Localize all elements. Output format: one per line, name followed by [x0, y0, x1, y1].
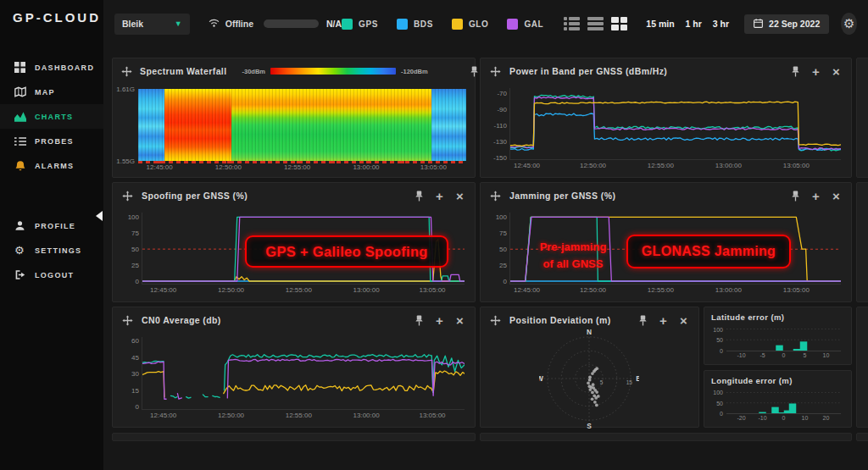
- move-icon[interactable]: [121, 314, 134, 327]
- add-icon[interactable]: +: [433, 314, 446, 327]
- panel-header: Longitude error (m): [704, 371, 851, 387]
- sidebar-item-settings[interactable]: ⚙ SETTINGS: [0, 238, 103, 263]
- x-tick-label: 10: [823, 352, 830, 358]
- series-line-glo: [224, 385, 431, 394]
- add-icon[interactable]: +: [433, 190, 446, 202]
- panel-header: Latitude error (m): [704, 307, 851, 323]
- add-icon[interactable]: +: [810, 190, 822, 202]
- station-select-value: Bleik: [122, 19, 143, 29]
- sidebar-item-logout[interactable]: LOGOUT: [0, 263, 103, 287]
- range-3hr-button[interactable]: 3 hr: [713, 19, 729, 29]
- close-icon[interactable]: ×: [830, 65, 843, 78]
- legend-chip-bds[interactable]: BDS: [397, 19, 433, 30]
- sidebar-item-label: CHARTS: [35, 113, 73, 121]
- layout-list-icon[interactable]: [564, 17, 580, 30]
- close-icon[interactable]: ×: [453, 190, 466, 202]
- panel-header: Jamming per GNSS (%) + ×: [481, 183, 851, 208]
- date-value: 22 Sep 2022: [769, 19, 820, 29]
- close-icon[interactable]: ×: [830, 190, 843, 202]
- y-tick-label: 30: [131, 370, 139, 378]
- close-icon[interactable]: ×: [453, 314, 466, 327]
- legend-chip-gal[interactable]: GAL: [507, 19, 543, 30]
- constellation-legend: GPS BDS GLO GAL: [342, 19, 543, 30]
- panel-power-in-band: Power in Band per GNSS (dBm/Hz) + × -70-…: [480, 58, 852, 178]
- offline-label: Offline: [225, 19, 253, 29]
- sidebar-collapse-arrow-icon[interactable]: [96, 211, 103, 221]
- x-tick-label: -5: [760, 352, 765, 358]
- waterfall-segment: [231, 89, 431, 161]
- pin-icon[interactable]: [789, 65, 802, 78]
- waterfall-plot-area: 1.61G1.55G12:45:0012:50:0012:55:0013:00:…: [138, 89, 466, 161]
- x-tick-label: 12:55:00: [286, 286, 312, 294]
- panel-stub: [856, 307, 868, 428]
- sidebar-separator: [0, 178, 103, 213]
- settings-gear-button[interactable]: ⚙: [841, 13, 857, 35]
- bds-color-swatch: [397, 19, 408, 30]
- spectrum-waterfall-chart[interactable]: 1.61G1.55G12:45:0012:50:0012:55:0013:00:…: [118, 84, 468, 174]
- legend-label: GPS: [359, 19, 378, 29]
- station-select[interactable]: Bleik ▼: [114, 14, 190, 35]
- y-tick-label: 100: [128, 213, 139, 221]
- date-picker-button[interactable]: 22 Sep 2022: [744, 14, 829, 34]
- panel-stub: [856, 182, 868, 302]
- x-tick-label: 13:05:00: [783, 162, 810, 169]
- x-tick-label: 13:05:00: [420, 163, 447, 171]
- y-tick-label: 1.61G: [116, 86, 135, 93]
- power-in-band-chart[interactable]: -70-90-110-130-15012:45:0012:50:0012:55:…: [486, 84, 844, 174]
- x-tick-label: 13:05:00: [419, 412, 445, 419]
- x-tick-label: 10: [802, 415, 809, 421]
- move-icon[interactable]: [121, 65, 132, 78]
- layout-rows-icon[interactable]: [587, 17, 604, 30]
- range-1hr-button[interactable]: 1 hr: [686, 19, 702, 29]
- cn0-average-chart[interactable]: 60453015012:45:0012:50:0012:55:0013:00:0…: [118, 333, 468, 423]
- sidebar-item-alarms[interactable]: ALARMS: [0, 153, 103, 178]
- sidebar-item-label: MAP: [35, 88, 55, 97]
- cn0-plot-area: 60453015012:45:0012:50:0012:55:0013:00:0…: [142, 337, 465, 410]
- pin-icon[interactable]: [789, 190, 802, 202]
- x-tick-label: 12:45:00: [150, 286, 176, 294]
- sidebar-item-charts[interactable]: CHARTS: [0, 104, 103, 129]
- add-icon[interactable]: +: [810, 65, 822, 78]
- layout-grid-icon[interactable]: [611, 17, 627, 30]
- move-icon[interactable]: [489, 65, 502, 78]
- legend-label: GLO: [469, 19, 488, 29]
- x-tick-label: 12:45:00: [514, 286, 540, 294]
- sidebar-item-probes[interactable]: PROBES: [0, 129, 103, 153]
- pin-icon[interactable]: [637, 314, 649, 327]
- series-line-gps: [186, 397, 191, 399]
- x-tick-label: 13:05:00: [783, 286, 810, 294]
- sidebar-item-map[interactable]: MAP: [0, 80, 103, 104]
- y-tick-label: 50: [131, 246, 139, 253]
- add-icon[interactable]: +: [657, 314, 670, 327]
- sidebar-item-dashboard[interactable]: DASHBOARD: [0, 55, 103, 80]
- series-line-gps: [203, 395, 208, 397]
- range-15min-button[interactable]: 15 min: [646, 19, 674, 29]
- legend-chip-glo[interactable]: GLO: [452, 19, 488, 30]
- x-tick-label: 12:55:00: [286, 412, 312, 419]
- sidebar-item-label: PROBES: [35, 137, 74, 146]
- position-deviation-chart[interactable]: NESW515: [486, 333, 692, 423]
- chevron-down-icon: ▼: [175, 19, 182, 28]
- offline-slider[interactable]: [264, 19, 319, 28]
- pin-icon[interactable]: [413, 314, 426, 327]
- panel-title: Spectrum Waterfall: [140, 66, 227, 76]
- pin-icon[interactable]: [470, 65, 479, 78]
- layout-switcher: [564, 17, 627, 30]
- svg-text:N: N: [586, 329, 591, 336]
- panel-header: Power in Band per GNSS (dBm/Hz) + ×: [481, 58, 851, 84]
- move-icon[interactable]: [489, 314, 502, 327]
- latitude-error-chart[interactable]: 100500-10-50510: [708, 324, 846, 362]
- y-tick-label: 1.55G: [116, 158, 135, 165]
- longitude-error-chart[interactable]: 100500-20-1001020: [708, 388, 846, 425]
- move-icon[interactable]: [121, 190, 134, 202]
- y-tick-label: 50: [716, 400, 723, 406]
- y-tick-label: 45: [131, 353, 139, 361]
- sidebar-item-profile[interactable]: PROFILE: [0, 213, 103, 238]
- pin-icon[interactable]: [413, 190, 426, 202]
- move-icon[interactable]: [489, 190, 502, 202]
- waterfall-colorbar: -30dBm -120dBm: [242, 68, 428, 75]
- legend-chip-gps[interactable]: GPS: [342, 19, 378, 30]
- charts-icon: [14, 110, 26, 123]
- close-icon[interactable]: ×: [677, 314, 690, 327]
- y-tick-label: -150: [493, 154, 507, 162]
